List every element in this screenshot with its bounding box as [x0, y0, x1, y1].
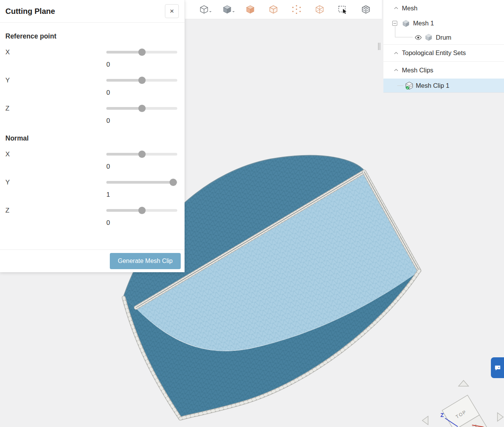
cutting-plane-dialog: Cutting Plane × Reference point X 0 Y 0 … [0, 0, 185, 272]
axis-label: Y [5, 179, 10, 186]
collapse-expander-icon[interactable] [392, 21, 397, 26]
box-select-icon[interactable] [338, 5, 348, 15]
isometric-view-icon[interactable] [199, 5, 209, 15]
axis-label: X [5, 49, 10, 56]
z-axis-label: Z [440, 412, 444, 418]
viewer-toolbar [185, 0, 382, 19]
reference-x-slider[interactable] [106, 49, 177, 56]
slider-track [106, 181, 177, 184]
reference-y-slider[interactable] [106, 77, 177, 84]
reference-z-slider[interactable] [106, 105, 177, 112]
axis-label: Z [5, 105, 9, 112]
slider-thumb[interactable] [138, 49, 146, 56]
axis-label: Z [5, 207, 9, 214]
rotate-up-arrow[interactable] [459, 380, 469, 386]
normal-heading: Normal [5, 134, 185, 142]
slider-value: 0 [106, 89, 177, 97]
chat-bubble-icon [494, 365, 501, 371]
wireframe-view-icon[interactable] [314, 5, 324, 15]
chevron-up-icon[interactable] [394, 7, 398, 10]
slider-value: 0 [106, 219, 177, 227]
axis-label: X [5, 151, 10, 158]
normal-x-slider[interactable] [106, 151, 177, 158]
mesh-view-icon[interactable] [361, 5, 371, 15]
generate-mesh-clip-button[interactable]: Generate Mesh Clip [110, 253, 181, 269]
rotate-left-arrow[interactable] [422, 416, 428, 425]
tree-group-topological-entity-sets[interactable]: Topological Entity Sets [383, 45, 504, 61]
axis-label: Y [5, 77, 10, 84]
reference-y-row: Y 0 [0, 77, 185, 97]
chevron-up-icon[interactable] [394, 69, 398, 72]
dialog-footer: Generate Mesh Clip [0, 250, 185, 272]
tree-item-label: Mesh Clip 1 [416, 82, 449, 89]
normal-y-slider[interactable] [106, 179, 177, 186]
visibility-eye-icon[interactable] [415, 34, 422, 41]
surfaces-with-edges-view-icon[interactable] [268, 5, 278, 15]
tree-item-label: Drum [436, 34, 451, 41]
slider-thumb[interactable] [138, 77, 146, 84]
reference-x-row: X 0 [0, 49, 185, 69]
orientation-cube[interactable]: TOP RIGHT Z [414, 377, 504, 427]
tree-group-label: Mesh [402, 5, 417, 12]
tree-group-label: Mesh Clips [402, 67, 433, 74]
tree-connector [397, 85, 403, 86]
points-view-icon[interactable] [291, 5, 301, 15]
tree-group-mesh[interactable]: Mesh [383, 0, 504, 16]
slider-value: 0 [106, 163, 177, 171]
chevron-up-icon[interactable] [394, 52, 398, 55]
slider-thumb[interactable] [170, 179, 177, 186]
shaded-view-icon[interactable] [222, 5, 232, 15]
normal-z-row: Z 0 [0, 207, 185, 227]
close-button[interactable]: × [165, 4, 179, 18]
reference-z-row: Z 0 [0, 105, 185, 125]
slider-thumb[interactable] [138, 151, 146, 158]
mesh-clip-icon [405, 82, 413, 90]
normal-x-row: X 0 [0, 151, 185, 171]
chat-support-button[interactable] [491, 357, 504, 378]
slider-value: 0 [106, 61, 177, 69]
surfaces-view-icon[interactable] [245, 5, 255, 15]
dialog-title: Cutting Plane [5, 7, 55, 16]
slider-value: 1 [106, 191, 177, 199]
slider-thumb[interactable] [138, 207, 146, 214]
dialog-header: Cutting Plane × [0, 0, 185, 23]
slider-thumb[interactable] [138, 105, 146, 112]
dropdown-caret-icon [232, 11, 235, 13]
rotate-right-arrow[interactable] [497, 413, 503, 421]
scene-tree-panel: Mesh Mesh 1 Drum Topological Entity Sets… [383, 0, 504, 93]
panel-resize-handle[interactable] [378, 43, 381, 50]
reference-point-heading: Reference point [5, 32, 185, 40]
tree-item-mesh1[interactable]: Mesh 1 [383, 16, 504, 30]
mesh-cube-icon [403, 20, 409, 27]
tree-item-mesh-clip1-selected[interactable]: Mesh Clip 1 [383, 79, 504, 92]
normal-z-slider[interactable] [106, 207, 177, 214]
tree-group-mesh-clips[interactable]: Mesh Clips [383, 62, 504, 79]
normal-y-row: Y 1 [0, 179, 185, 199]
tree-group-label: Topological Entity Sets [402, 49, 466, 57]
slider-value: 0 [106, 117, 177, 125]
dropdown-caret-icon [209, 11, 212, 13]
mesh-cube-icon [425, 34, 432, 41]
tree-item-label: Mesh 1 [413, 20, 434, 27]
tree-item-drum[interactable]: Drum [383, 30, 504, 44]
